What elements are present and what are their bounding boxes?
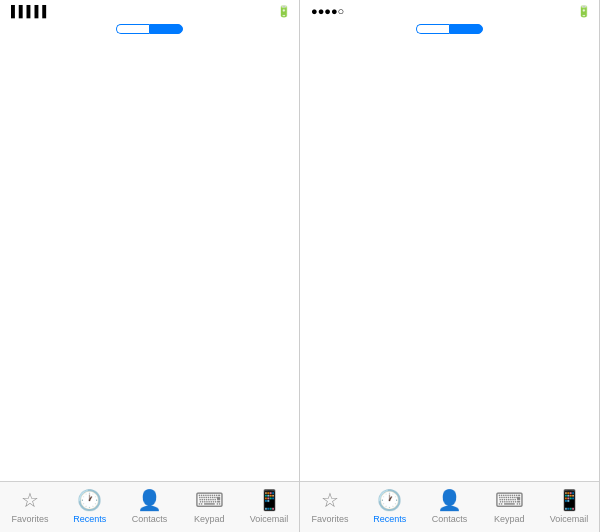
left-panel: ▌▌▌▌▌ 🔋 ☆ Favorites 🕐 Recents 👤	[0, 0, 300, 532]
bottom-tabs-right: ☆ Favorites 🕐 Recents 👤 Contacts ⌨ Keypa…	[300, 481, 599, 532]
voicemail-icon-right: 📱	[557, 488, 582, 512]
status-bar-left: ▌▌▌▌▌ 🔋	[0, 0, 299, 20]
segmented-row-left	[0, 20, 299, 38]
battery-icon-right: 🔋	[577, 5, 591, 18]
tab-favorites-left[interactable]: ☆ Favorites	[0, 486, 60, 526]
tab-keypad-right[interactable]: ⌨ Keypad	[479, 486, 539, 526]
segmented-row-right	[300, 20, 599, 38]
signal-icon-left: ▌▌▌▌▌	[11, 5, 50, 17]
tab-contacts-left[interactable]: 👤 Contacts	[120, 486, 180, 526]
contacts-icon-right: 👤	[437, 488, 462, 512]
status-right-left: 🔋	[274, 5, 291, 18]
voicemail-label-right: Voicemail	[550, 514, 589, 524]
status-left: ▌▌▌▌▌	[8, 5, 50, 17]
tab-missed-left[interactable]	[149, 24, 183, 34]
tab-missed-right[interactable]	[449, 24, 483, 34]
right-panel: ●●●●○ 🔋 ☆ Favorites 🕐 Recents 👤 Contact	[300, 0, 600, 532]
tab-voicemail-right[interactable]: 📱 Voicemail	[539, 486, 599, 526]
keypad-label-left: Keypad	[194, 514, 225, 524]
keypad-label-right: Keypad	[494, 514, 525, 524]
voicemail-label-left: Voicemail	[250, 514, 289, 524]
recents-list-right[interactable]	[300, 38, 599, 481]
contacts-label-left: Contacts	[132, 514, 168, 524]
voicemail-icon-left: 📱	[257, 488, 282, 512]
recents-label-right: Recents	[373, 514, 406, 524]
favorites-icon-left: ☆	[21, 488, 39, 512]
status-left-right: ●●●●○	[308, 5, 344, 17]
tab-contacts-right[interactable]: 👤 Contacts	[420, 486, 480, 526]
favorites-label-right: Favorites	[311, 514, 348, 524]
favorites-label-left: Favorites	[11, 514, 48, 524]
tab-voicemail-left[interactable]: 📱 Voicemail	[239, 486, 299, 526]
signal-icon-right: ●●●●○	[311, 5, 344, 17]
status-right-right: 🔋	[574, 5, 591, 18]
tab-favorites-right[interactable]: ☆ Favorites	[300, 486, 360, 526]
contacts-icon-left: 👤	[137, 488, 162, 512]
contacts-label-right: Contacts	[432, 514, 468, 524]
battery-icon-left: 🔋	[277, 5, 291, 18]
recents-icon-right: 🕐	[377, 488, 402, 512]
recents-icon-left: 🕐	[77, 488, 102, 512]
tab-all-right[interactable]	[416, 24, 449, 34]
keypad-icon-right: ⌨	[495, 488, 524, 512]
bottom-tabs-left: ☆ Favorites 🕐 Recents 👤 Contacts ⌨ Keypa…	[0, 481, 299, 532]
recents-list-left[interactable]	[0, 44, 299, 481]
favorites-icon-right: ☆	[321, 488, 339, 512]
tab-keypad-left[interactable]: ⌨ Keypad	[179, 486, 239, 526]
tab-all-left[interactable]	[116, 24, 149, 34]
tab-recents-right[interactable]: 🕐 Recents	[360, 486, 420, 526]
status-bar-right: ●●●●○ 🔋	[300, 0, 599, 20]
keypad-icon-left: ⌨	[195, 488, 224, 512]
tab-recents-left[interactable]: 🕐 Recents	[60, 486, 120, 526]
recents-label-left: Recents	[73, 514, 106, 524]
